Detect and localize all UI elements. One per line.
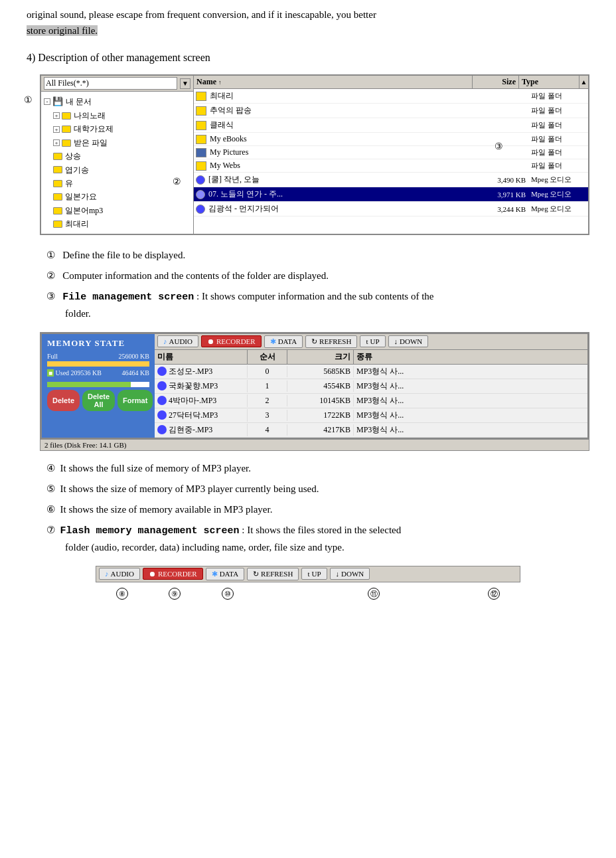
bottom-screenshot-area: ♪ AUDIO ⏺ RECORDER ✱ DATA ↻ REFRESH t UP…	[96, 566, 520, 600]
folder-icon	[53, 193, 62, 201]
folder-icon	[62, 139, 71, 147]
ann-item-6: ⑥ It shows the size of memory available …	[46, 501, 589, 517]
up-button-bottom[interactable]: t UP	[301, 568, 327, 580]
down-button[interactable]: ↓ DOWN	[388, 335, 429, 347]
ann-num-1: ①	[46, 250, 55, 260]
tree-item-2: + 대학가요제	[53, 122, 191, 135]
mp3-icon	[196, 190, 205, 199]
bottom-labels-row: ⑧ ⑨ ⑩ ⑪ ⑫	[96, 588, 520, 600]
ann-item-7: ⑦ Flash memory management screen : It sh…	[46, 522, 589, 555]
col-size: 크기	[287, 350, 354, 364]
spacer2	[421, 588, 447, 600]
ann-bold-3: File management screen	[62, 292, 194, 303]
delete-all-button[interactable]: Delete All	[82, 390, 115, 411]
col-header-type: Type	[519, 76, 579, 88]
data-button[interactable]: ✱ DATA	[264, 335, 303, 348]
ann-text-7: : It shows the files stored in the selec…	[242, 525, 401, 535]
mem-left: MEMORY STATE Full 256000 KB ■ Used 20953…	[42, 334, 155, 438]
file-row: My eBooks 파일 폴더	[194, 133, 588, 146]
col-type: 종류	[354, 350, 587, 364]
file-row-selected: 07. 노들의 연가 - 주... 3,971 KB Mpeg 오디오	[194, 187, 588, 202]
fm-left-panel: All Files(*.*) ▼ - 💾 내 문서 + 나의노래 +	[41, 76, 194, 234]
up-button[interactable]: t UP	[360, 335, 385, 347]
refresh-button[interactable]: ↻ REFRESH	[305, 335, 357, 348]
ann-item-4: ④ It shows the full size of memory of MP…	[46, 460, 589, 476]
col-header-size: Size	[473, 76, 519, 88]
folder-icon	[196, 135, 206, 144]
audio-icon-b: ♪	[105, 570, 109, 578]
fm-filter-arrow[interactable]: ▼	[180, 78, 191, 89]
mem-full-label: Full 256000 KB	[47, 353, 149, 360]
tree-item-9: 최대리	[53, 217, 191, 230]
fm-header-row: Name ↑ Size Type ▲	[194, 76, 588, 89]
mem-stats: ■ Used 209536 KB 46464 KB	[47, 369, 149, 377]
data-button-bottom[interactable]: ✱ DATA	[206, 568, 244, 580]
file-row: 클래식 파일 폴더	[194, 118, 588, 133]
ann-text-1: Define the file to be displayed.	[62, 250, 185, 260]
flash-file-panel: ♪ AUDIO ⏺ RECORDER ✱ DATA ↻ REFRESH	[155, 334, 587, 438]
intro-paragraph: original sound, please escape from frequ…	[27, 7, 589, 39]
tree-item-1: + 나의노래	[53, 109, 191, 122]
flash-row: 27닥터닥.MP3 3 1722KB MP3형식 사...	[155, 408, 587, 423]
file-row: 최대리 파일 폴더	[194, 89, 588, 104]
callout-3: ③	[495, 141, 503, 152]
mp3-icon	[157, 425, 167, 434]
scrollbar-up[interactable]: ▲	[579, 76, 588, 88]
mp3-icon	[157, 410, 167, 420]
expand-icon: -	[44, 98, 50, 105]
file-manager-screenshot: All Files(*.*) ▼ - 💾 내 문서 + 나의노래 +	[40, 74, 589, 235]
format-button[interactable]: Format	[117, 390, 153, 411]
mem-buttons: Delete Delete All Format	[47, 390, 149, 411]
audio-button-bottom[interactable]: ♪ AUDIO	[99, 568, 140, 580]
refresh-button-bottom[interactable]: ↻ REFRESH	[247, 568, 299, 580]
ann-text-2: Computer information and the contents of…	[62, 270, 329, 281]
spacer	[274, 588, 327, 600]
expand-icon: +	[53, 139, 60, 146]
tree-item-3: + 받은 파일	[53, 136, 191, 149]
bottom-flash-toolbar: ♪ AUDIO ⏺ RECORDER ✱ DATA ↻ REFRESH t UP…	[96, 566, 520, 582]
ann-num-2: ②	[46, 270, 55, 281]
tree-item-4: 상송	[53, 149, 191, 163]
status-bar: 2 files (Disk Free: 14.1 GB)	[40, 439, 589, 450]
file-row: 김광석 - 먼지가되어 3,244 KB Mpeg 오디오	[194, 202, 588, 216]
recorder-button[interactable]: ⏺ RECORDER	[201, 335, 262, 347]
mp3-icon	[196, 175, 205, 185]
used-unit: KB	[92, 369, 102, 377]
delete-button[interactable]: Delete	[47, 390, 80, 411]
refresh-icon: ↻	[311, 337, 317, 346]
down-icon-b: ↓	[336, 570, 340, 578]
free-value: 46464 KB	[122, 369, 149, 377]
down-button-bottom[interactable]: ↓ DOWN	[330, 568, 370, 580]
col-order: 순서	[248, 350, 287, 364]
used-badge: ■	[47, 369, 54, 377]
used-value: 209536	[71, 369, 91, 377]
folder-icon	[196, 92, 206, 101]
audio-icon: ♪	[163, 337, 167, 345]
audio-button[interactable]: ♪ AUDIO	[157, 335, 198, 347]
fm-filter-select[interactable]: All Files(*.*)	[44, 77, 177, 90]
flash-table-header: 미름 순서 크기 종류	[155, 350, 587, 365]
tree-item-6: 유	[53, 177, 191, 190]
file-manager-section: ① All Files(*.*) ▼ - 💾 내 문서 + 나의노래	[40, 74, 589, 235]
file-row: 추억의 팝송 파일 폴더	[194, 104, 588, 118]
folder-icon	[196, 161, 206, 171]
up-icon: t	[366, 337, 368, 345]
ann-item-5: ⑤ It shows the size of memory of MP3 pla…	[46, 481, 589, 497]
label-11: ⑪	[368, 588, 380, 600]
col-header-name: Name ↑	[194, 76, 473, 88]
refresh-icon-b: ↻	[253, 570, 259, 578]
tree-item-8: 일본어mp3	[53, 204, 191, 217]
folder-icon	[62, 112, 71, 120]
folder-icon	[53, 207, 62, 214]
ann-num-3: ③	[46, 291, 55, 301]
col-name: 미름	[155, 350, 248, 364]
mp3-icon	[196, 205, 205, 214]
ann-text-3b: folder.	[46, 308, 91, 319]
ann-item-2: ② Computer information and the contents …	[46, 268, 589, 284]
folder-icon	[53, 220, 62, 228]
annotations-2: ④ It shows the full size of memory of MP…	[46, 460, 589, 555]
recorder-button-bottom[interactable]: ⏺ RECORDER	[143, 568, 203, 580]
ann-text-6: It shows the size of memory available in…	[60, 504, 273, 515]
recorder-icon: ⏺	[207, 337, 214, 345]
memory-section-wrapper: MEMORY STATE Full 256000 KB ■ Used 20953…	[40, 332, 589, 451]
